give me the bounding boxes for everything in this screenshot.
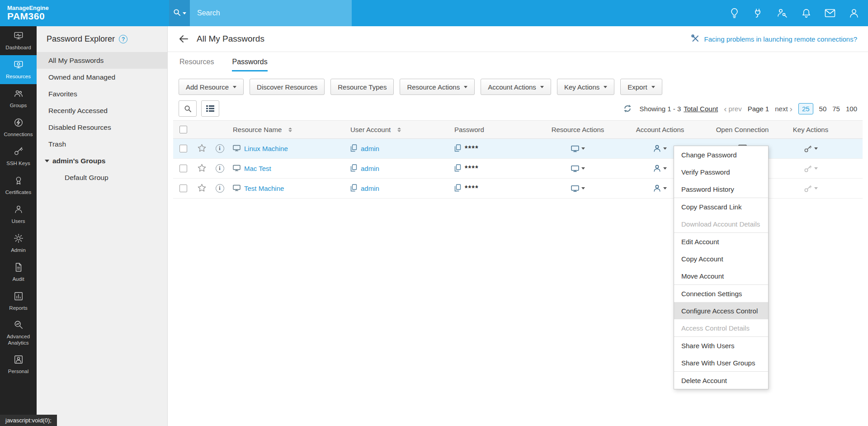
table-search-button[interactable] xyxy=(179,100,197,117)
menu-item-share-with-users[interactable]: Share With Users xyxy=(674,337,768,354)
explorer-item-favorites[interactable]: Favorites xyxy=(37,85,167,102)
favorite-star-icon[interactable] xyxy=(198,184,206,193)
menu-item-connection-settings[interactable]: Connection Settings xyxy=(674,285,768,302)
page-size-75[interactable]: 75 xyxy=(832,105,840,113)
menu-item-copy-account[interactable]: Copy Account xyxy=(674,250,768,267)
favorite-star-icon[interactable] xyxy=(198,144,206,153)
explorer-item-all-my-passwords[interactable]: All My Passwords xyxy=(37,52,167,69)
resource-name-link[interactable]: Mac Test xyxy=(244,165,271,172)
user-account-link[interactable]: admin xyxy=(361,185,379,192)
menu-item-copy-passcard-link[interactable]: Copy Passcard Link xyxy=(674,198,768,215)
explorer-item-disabled-resources[interactable]: Disabled Resources xyxy=(37,119,167,136)
row-checkbox[interactable] xyxy=(179,165,187,172)
copy-icon[interactable] xyxy=(454,164,461,173)
sort-icon[interactable] xyxy=(288,128,292,132)
select-all-checkbox[interactable] xyxy=(179,126,187,133)
row-resource-actions-button[interactable] xyxy=(571,185,585,192)
resource-types-button[interactable]: Resource Types xyxy=(330,79,394,95)
sidebar-item-reports[interactable]: Reports xyxy=(0,287,37,316)
sidebar-item-resources[interactable]: Resources xyxy=(0,55,37,84)
row-checkbox[interactable] xyxy=(179,145,187,152)
row-key-actions-button[interactable] xyxy=(804,145,818,153)
info-icon[interactable]: i xyxy=(216,144,224,153)
row-account-actions-button[interactable] xyxy=(653,165,667,172)
explorer-item-trash[interactable]: Trash xyxy=(37,136,167,152)
help-icon[interactable]: ? xyxy=(119,35,127,43)
menu-item-change-password[interactable]: Change Password xyxy=(674,146,768,163)
prev-page-button[interactable]: prev xyxy=(728,105,741,113)
sidebar-item-admin[interactable]: Admin xyxy=(0,229,37,258)
row-resource-actions-button[interactable] xyxy=(571,165,585,172)
favorite-star-icon[interactable] xyxy=(198,164,206,173)
copy-icon[interactable] xyxy=(454,184,461,193)
mail-icon[interactable] xyxy=(823,6,837,20)
sidebar-item-connections[interactable]: Connections xyxy=(0,113,37,142)
row-account-actions-button[interactable] xyxy=(653,145,667,152)
menu-item-share-with-user-groups[interactable]: Share With User Groups xyxy=(674,354,768,371)
add-resource-button[interactable]: Add Resource xyxy=(179,79,244,95)
sort-icon[interactable] xyxy=(397,128,401,132)
explorer-item-default-group[interactable]: Default Group xyxy=(37,169,167,186)
copy-icon[interactable] xyxy=(350,184,357,193)
search-input[interactable] xyxy=(190,0,352,26)
export-button[interactable]: Export xyxy=(620,79,662,95)
sidebar-item-dashboard[interactable]: Dashboard xyxy=(0,26,37,55)
password-mask[interactable]: **** xyxy=(465,185,479,193)
menu-item-edit-account[interactable]: Edit Account xyxy=(674,233,768,250)
next-page-button[interactable]: next xyxy=(775,105,788,113)
info-icon[interactable]: i xyxy=(216,184,224,193)
column-header-resource-name[interactable]: Resource Name xyxy=(229,121,347,138)
row-resource-actions-button[interactable] xyxy=(571,145,585,152)
menu-item-password-history[interactable]: Password History xyxy=(674,180,768,198)
menu-item-delete-account[interactable]: Delete Account xyxy=(674,372,768,389)
discover-resources-button[interactable]: Discover Resources xyxy=(250,79,325,95)
remote-connections-icon[interactable] xyxy=(751,6,765,20)
row-checkbox[interactable] xyxy=(179,185,187,192)
view-toggle-button[interactable] xyxy=(201,100,219,117)
refresh-icon[interactable] xyxy=(623,104,632,113)
page-size-25[interactable]: 25 xyxy=(798,103,813,114)
sidebar-item-certificates[interactable]: Certificates xyxy=(0,171,37,200)
profile-icon[interactable] xyxy=(847,6,861,20)
copy-icon[interactable] xyxy=(454,144,461,153)
next-chevron-icon[interactable]: › xyxy=(790,104,793,113)
menu-item-move-account[interactable]: Move Account xyxy=(674,267,768,284)
privileged-access-icon[interactable] xyxy=(775,6,789,20)
explorer-group-admins-groups[interactable]: admin's Groups xyxy=(37,152,167,169)
row-key-actions-button[interactable] xyxy=(804,165,818,173)
tab-passwords[interactable]: Passwords xyxy=(232,58,267,71)
user-account-link[interactable]: admin xyxy=(361,165,379,172)
resource-actions-button[interactable]: Resource Actions xyxy=(400,79,475,95)
row-key-actions-button[interactable] xyxy=(804,185,818,193)
key-actions-button[interactable]: Key Actions xyxy=(557,79,614,95)
sidebar-item-ssh-keys[interactable]: SSH Keys xyxy=(0,142,37,171)
user-account-link[interactable]: admin xyxy=(361,145,379,152)
sidebar-item-users[interactable]: Users xyxy=(0,200,37,229)
tab-resources[interactable]: Resources xyxy=(179,58,214,71)
resource-request-icon[interactable] xyxy=(727,6,741,20)
app-logo[interactable]: ManageEngine PAM360 xyxy=(0,5,49,21)
explorer-item-owned-and-managed[interactable]: Owned and Managed xyxy=(37,69,167,85)
sidebar-item-audit[interactable]: Audit xyxy=(0,258,37,287)
page-size-50[interactable]: 50 xyxy=(819,105,827,113)
password-mask[interactable]: **** xyxy=(465,145,479,153)
remote-connection-help-link[interactable]: Facing problems in launching remote conn… xyxy=(691,34,857,44)
notifications-icon[interactable] xyxy=(799,6,813,20)
copy-icon[interactable] xyxy=(350,164,357,173)
account-actions-button[interactable]: Account Actions xyxy=(481,79,551,95)
sidebar-item-personal[interactable]: Personal xyxy=(0,350,37,379)
page-size-100[interactable]: 100 xyxy=(846,105,857,113)
resource-name-link[interactable]: Test Machine xyxy=(244,185,284,192)
column-header-user-account[interactable]: User Account xyxy=(347,121,451,138)
explorer-item-recently-accessed[interactable]: Recently Accessed xyxy=(37,102,167,119)
copy-icon[interactable] xyxy=(350,144,357,153)
sidebar-item-groups[interactable]: Groups xyxy=(0,84,37,113)
info-icon[interactable]: i xyxy=(216,164,224,173)
password-mask[interactable]: **** xyxy=(465,165,479,173)
back-arrow-icon[interactable] xyxy=(179,35,189,43)
total-count-link[interactable]: Total Count xyxy=(684,105,718,113)
row-account-actions-button[interactable] xyxy=(653,185,667,192)
prev-chevron-icon[interactable]: ‹ xyxy=(724,104,726,113)
menu-item-verify-password[interactable]: Verify Password xyxy=(674,163,768,180)
resource-name-link[interactable]: Linux Machine xyxy=(244,145,288,152)
